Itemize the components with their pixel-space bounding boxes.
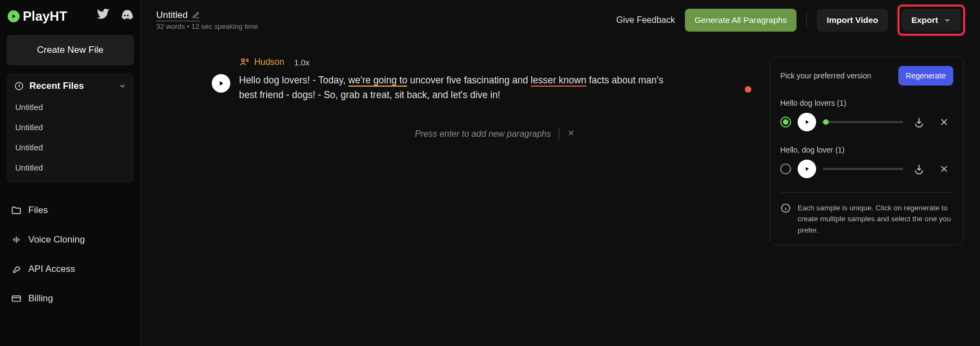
version-panel: Pick your preferred version Regenerate H… — [770, 57, 964, 245]
chevron-down-icon — [944, 16, 951, 24]
speed-selector[interactable]: 1.0x — [294, 58, 309, 67]
topbar: Untitled 32 words • 12 sec speaking time… — [141, 0, 980, 40]
download-version-button[interactable] — [910, 113, 928, 131]
progress-track[interactable] — [823, 168, 903, 170]
sidebar: PlayHT Create New File Recent Files Unti… — [0, 0, 140, 346]
import-video-button[interactable]: Import Video — [817, 9, 887, 32]
dismiss-hint-button[interactable] — [567, 129, 575, 139]
nav-files-label: Files — [28, 205, 48, 216]
export-label: Export — [911, 15, 938, 25]
nav-files[interactable]: Files — [7, 197, 134, 223]
editor: Hudson 1.0x Hello dog lovers! - Today, w… — [157, 57, 770, 346]
highlight-orange: we're going to — [348, 75, 407, 87]
add-paragraph-hint: Press enter to add new paragraphs — [239, 129, 751, 139]
highlight-red: lesser known — [531, 75, 586, 87]
voice-row: Hudson 1.0x — [239, 57, 751, 68]
version-header-text: Pick your preferred version — [780, 71, 871, 80]
divider — [780, 192, 953, 193]
nav-billing-label: Billing — [28, 293, 53, 304]
divider — [806, 11, 807, 29]
logo-mark-icon — [8, 10, 20, 22]
regenerate-button[interactable]: Regenerate — [898, 66, 953, 86]
generate-all-button[interactable]: Generate All Paragraphs — [685, 9, 797, 32]
sidebar-nav: Files Voice Cloning API Access Billing — [7, 197, 134, 312]
document-title-text: Untitled — [156, 10, 188, 21]
recent-file-item[interactable]: Untitled — [14, 119, 126, 135]
voice-name: Hudson — [254, 57, 284, 67]
recent-files-list: Untitled Untitled Untitled Untitled — [14, 99, 126, 175]
document-title[interactable]: Untitled — [156, 10, 200, 21]
give-feedback-link[interactable]: Give Feedback — [616, 15, 675, 25]
document-subtitle: 32 words • 12 sec speaking time — [156, 22, 258, 31]
version-controls — [780, 113, 953, 131]
version-label: Hello, dog lover (1) — [780, 145, 953, 154]
nav-api-access-label: API Access — [28, 264, 75, 275]
progress-track[interactable] — [823, 121, 903, 123]
version-panel-header: Pick your preferred version Regenerate — [780, 66, 953, 86]
recent-file-item[interactable]: Untitled — [14, 99, 126, 115]
recent-files-panel: Recent Files Untitled Untitled Untitled … — [7, 73, 134, 183]
divider — [559, 129, 559, 139]
content: Hudson 1.0x Hello dog lovers! - Today, w… — [141, 40, 980, 346]
info-icon — [780, 203, 791, 214]
version-info-text: Each sample is unique. Click on regenera… — [798, 203, 953, 236]
delete-version-button[interactable] — [935, 113, 953, 131]
recent-file-item[interactable]: Untitled — [14, 160, 126, 175]
version-label: Hello dog lovers (1) — [780, 99, 953, 107]
hint-text: Press enter to add new paragraphs — [415, 129, 551, 139]
version-radio[interactable] — [780, 163, 791, 174]
recent-files-toggle[interactable]: Recent Files — [14, 81, 126, 92]
version-controls — [780, 160, 953, 178]
voice-icon — [239, 57, 250, 68]
create-new-file-button[interactable]: Create New File — [7, 35, 134, 65]
main: Untitled 32 words • 12 sec speaking time… — [140, 0, 980, 346]
export-highlight: Export — [898, 5, 965, 35]
play-version-button[interactable] — [798, 160, 816, 178]
document-title-wrap: Untitled 32 words • 12 sec speaking time — [156, 10, 258, 31]
export-button[interactable]: Export — [902, 9, 961, 32]
logo-text: PlayHT — [23, 9, 67, 24]
twitter-icon[interactable] — [97, 9, 110, 24]
paragraph-row: Hello dog lovers! - Today, we're going t… — [239, 73, 751, 102]
nav-voice-cloning[interactable]: Voice Cloning — [7, 227, 134, 253]
topbar-actions: Give Feedback Generate All Paragraphs Im… — [616, 5, 965, 35]
edit-icon — [192, 11, 200, 19]
svg-point-2 — [242, 59, 244, 62]
import-video-label: Import Video — [826, 15, 878, 25]
error-indicator-icon[interactable] — [745, 86, 751, 93]
paragraph-text[interactable]: Hello dog lovers! - Today, we're going t… — [239, 73, 664, 102]
version-info: Each sample is unique. Click on regenera… — [780, 203, 953, 236]
version-item: Hello dog lovers (1) — [780, 99, 953, 131]
svg-rect-1 — [13, 296, 21, 301]
social-icons — [97, 9, 133, 24]
download-version-button[interactable] — [910, 160, 928, 178]
recent-files-label: Recent Files — [29, 81, 84, 92]
play-version-button[interactable] — [798, 113, 816, 131]
logo[interactable]: PlayHT — [8, 9, 67, 24]
nav-api-access[interactable]: API Access — [7, 256, 134, 282]
discord-icon[interactable] — [120, 9, 133, 24]
version-item: Hello, dog lover (1) — [780, 145, 953, 178]
nav-billing[interactable]: Billing — [7, 286, 134, 312]
play-paragraph-button[interactable] — [212, 74, 230, 93]
delete-version-button[interactable] — [935, 160, 953, 178]
logo-row: PlayHT — [7, 7, 134, 27]
nav-voice-cloning-label: Voice Cloning — [28, 234, 85, 245]
recent-file-item[interactable]: Untitled — [14, 139, 126, 155]
voice-selector[interactable]: Hudson — [239, 57, 284, 68]
version-radio[interactable] — [780, 117, 791, 128]
